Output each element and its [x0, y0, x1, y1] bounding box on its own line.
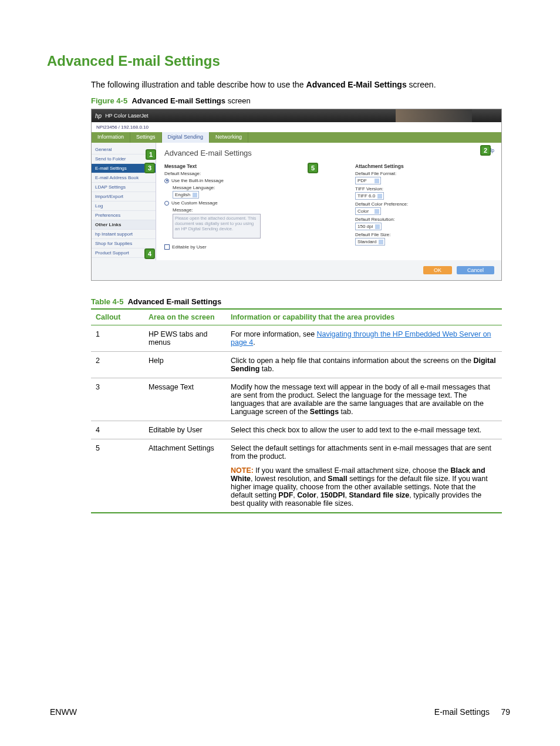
cell-info: Modify how the message text will appear …	[226, 378, 502, 421]
cell-area: Editable by User	[144, 421, 226, 439]
message-language-label: Message Language:	[173, 185, 302, 190]
panel-title: Advanced E-mail Settings	[164, 149, 493, 157]
resolution-select[interactable]: 150 dpi	[355, 223, 382, 230]
note-para: NOTE: If you want the smallest E-mail at…	[231, 466, 497, 508]
text: , lowest resolution, and	[251, 475, 328, 483]
th-area: Area on the screen	[144, 309, 226, 325]
cell-info: Select the default settings for attachme…	[226, 439, 502, 513]
tab-information[interactable]: Information	[92, 132, 130, 143]
bold: 150DPI	[321, 491, 345, 499]
ok-button[interactable]: OK	[423, 266, 452, 274]
cell-info: For more information, see Navigating thr…	[226, 325, 502, 352]
ews-tabs: Information Settings Digital Sending Net…	[92, 132, 501, 143]
tab-networking[interactable]: Networking	[210, 132, 248, 143]
intro-bold: Advanced E-Mail Settings	[306, 80, 407, 89]
table-caption: Table 4-5 Advanced E-mail Settings	[91, 297, 513, 306]
radio-dot-icon	[164, 179, 169, 183]
checkbox-icon	[164, 244, 170, 250]
cell-callout: 5	[91, 439, 144, 513]
table-row: 4 Editable by User Select this check box…	[91, 421, 502, 439]
text: tab.	[259, 365, 274, 373]
text: .	[253, 338, 255, 347]
figure-number: Figure 4-5	[91, 96, 127, 105]
cell-area: HP EWS tabs and menus	[144, 325, 226, 352]
cancel-button[interactable]: Cancel	[457, 266, 494, 274]
nav-instant-support[interactable]: hp Instant support	[92, 230, 156, 239]
device-title: HP Color LaserJet	[105, 113, 148, 119]
cell-callout: 1	[91, 325, 144, 352]
top-photo	[396, 109, 472, 122]
radio-builtin-label: Use the Built-in Message	[171, 178, 224, 183]
text: ,	[316, 491, 321, 499]
file-size-label: Default File Size:	[355, 232, 493, 237]
callout-5: 5	[308, 163, 318, 173]
nav-log[interactable]: Log	[92, 201, 156, 211]
language-select[interactable]: English	[173, 191, 199, 199]
file-format-label: Default File Format:	[355, 171, 493, 176]
resolution-label: Default Resolution:	[355, 217, 493, 222]
footer-right: E-mail Settings 79	[434, 707, 510, 717]
message-text-block: Message Text Default Message: Use the Bu…	[164, 163, 302, 250]
editable-by-user-check[interactable]: Editable by User	[164, 244, 302, 250]
footer-left: ENWW	[50, 707, 77, 717]
cell-area: Message Text	[144, 378, 226, 421]
main-panel: Advanced E-mail Settings Help 2 3 4 5 Me…	[156, 143, 501, 260]
radio-custom[interactable]: Use Custom Message	[164, 200, 302, 206]
callout-1: 1	[146, 149, 156, 160]
figure-caption: Figure 4-5 Advanced E-mail Settings scre…	[91, 96, 513, 105]
text: If you want the smallest E-mail attachme…	[254, 466, 451, 475]
text: Click to open a help file that contains …	[231, 357, 473, 365]
nav-shop-supplies[interactable]: Shop for Supplies	[92, 239, 156, 248]
table-row: 2 Help Click to open a help file that co…	[91, 352, 502, 378]
color-pref-label: Default Color Preference:	[355, 201, 493, 207]
text: For more information, see	[231, 330, 317, 338]
nav-import-export[interactable]: Import/Export	[92, 192, 156, 201]
figure-title: Advanced E-mail Settings	[131, 96, 225, 105]
device-id: NPI23456 / 192.168.0.10	[92, 122, 501, 132]
bold: PDF	[278, 491, 293, 499]
left-nav: General Send to Folder E-mail Settings E…	[92, 143, 156, 260]
nav-preferences[interactable]: Preferences	[92, 211, 156, 220]
footer-section: E-mail Settings	[434, 707, 490, 717]
file-format-select[interactable]: PDF	[355, 177, 381, 184]
attachment-settings-block: Attachment Settings Default File Format:…	[355, 163, 493, 250]
attachment-title: Attachment Settings	[355, 163, 493, 169]
file-size-select[interactable]: Standard	[355, 238, 385, 246]
tab-digital-sending[interactable]: Digital Sending	[162, 132, 210, 143]
th-info: Information or capability that the area …	[226, 309, 502, 325]
th-callout: Callout	[91, 309, 144, 325]
color-pref-select[interactable]: Color	[355, 207, 381, 215]
hp-logo-icon: hp	[95, 113, 102, 119]
table-number: Table 4-5	[91, 297, 123, 306]
page-heading: Advanced E-mail Settings	[47, 53, 513, 69]
intro-text: The following illustration and table des…	[91, 80, 513, 89]
callout-2: 2	[480, 145, 491, 156]
editable-label: Editable by User	[172, 244, 207, 250]
cell-callout: 2	[91, 352, 144, 378]
nav-address-book[interactable]: E-mail Address Book	[92, 173, 156, 183]
custom-message-textarea[interactable]: Please open the attached document. This …	[173, 214, 261, 238]
message-text-title: Message Text	[164, 163, 302, 169]
figure-suffix: screen	[225, 96, 251, 105]
cell-callout: 4	[91, 421, 144, 439]
radio-custom-label: Use Custom Message	[171, 200, 218, 206]
bold: Color	[297, 491, 316, 499]
radio-builtin[interactable]: Use the Built-in Message	[164, 178, 302, 183]
intro-pre: The following illustration and table des…	[91, 80, 306, 89]
tiff-version-select[interactable]: TIFF 6.0	[355, 192, 384, 200]
callout-4: 4	[144, 248, 155, 259]
cell-info: Click to open a help file that contains …	[226, 352, 502, 378]
text: tab.	[339, 408, 353, 416]
para: Select the default settings for attachme…	[231, 444, 497, 461]
table-row: 5 Attachment Settings Select the default…	[91, 439, 502, 513]
default-message-label: Default Message:	[164, 171, 302, 176]
radio-dot-icon	[164, 201, 169, 206]
ews-topbar: hp HP Color LaserJet	[92, 109, 501, 122]
text: Modify how the message text will appear …	[231, 383, 490, 416]
text: ,	[345, 491, 349, 499]
message-label: Message:	[173, 207, 302, 213]
bold: Small	[328, 475, 347, 483]
nav-ldap[interactable]: LDAP Settings	[92, 183, 156, 192]
intro-post: screen.	[407, 80, 436, 89]
tab-settings[interactable]: Settings	[130, 132, 162, 143]
